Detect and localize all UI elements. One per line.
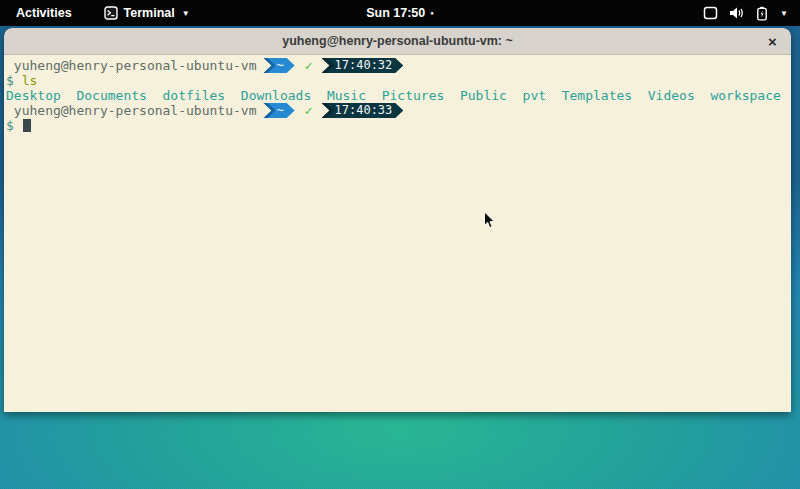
prompt-status-check-icon: ✓ [305, 103, 313, 118]
screen-icon [703, 6, 718, 20]
prompt-time-segment: 17:40:32 [322, 58, 404, 73]
chevron-down-icon: ▼ [182, 9, 190, 18]
terminal-cursor [23, 119, 31, 132]
ls-output-line: Desktop Documents dotfiles Downloads Mus… [6, 88, 789, 103]
prompt-dir-segment: ~ [263, 58, 294, 73]
directory-listing: Desktop Documents dotfiles Downloads Mus… [6, 88, 781, 103]
prompt-status-check-icon: ✓ [305, 58, 313, 73]
prompt-line: yuheng@henry-personal-ubuntu-vm ~ ✓ 17:4… [6, 58, 789, 73]
terminal-icon [104, 6, 118, 20]
command-text: ls [22, 73, 38, 88]
volume-icon [729, 6, 745, 20]
window-titlebar[interactable]: yuheng@henry-personal-ubuntu-vm: ~ × [4, 28, 791, 55]
app-menu-terminal[interactable]: Terminal ▼ [104, 6, 190, 20]
activities-button[interactable]: Activities [12, 4, 76, 22]
notification-dot: ● [430, 10, 434, 16]
input-line[interactable]: $ [6, 118, 789, 133]
prompt-user-host: yuheng@henry-personal-ubuntu-vm [6, 58, 256, 73]
window-title: yuheng@henry-personal-ubuntu-vm: ~ [282, 34, 513, 48]
terminal-window: yuheng@henry-personal-ubuntu-vm: ~ × yuh… [4, 28, 791, 412]
close-button[interactable]: × [762, 31, 783, 52]
app-menu-label: Terminal [124, 6, 175, 20]
gnome-top-bar: Activities Terminal ▼ Sun 17:50 ● [0, 0, 800, 26]
prompt-line: yuheng@henry-personal-ubuntu-vm ~ ✓ 17:4… [6, 103, 789, 118]
prompt-user-host: yuheng@henry-personal-ubuntu-vm [6, 103, 256, 118]
prompt-time-segment: 17:40:33 [322, 103, 404, 118]
system-status-area[interactable]: ▼ [699, 0, 792, 26]
command-line: $ ls [6, 73, 789, 88]
prompt-symbol: $ [6, 73, 22, 88]
clock-button[interactable]: Sun 17:50 ● [366, 6, 434, 20]
terminal-content[interactable]: yuheng@henry-personal-ubuntu-vm ~ ✓ 17:4… [4, 55, 791, 412]
clock-label: Sun 17:50 [366, 6, 425, 20]
prompt-symbol: $ [6, 118, 22, 133]
battery-charging-icon [756, 6, 768, 21]
chevron-down-icon: ▼ [780, 9, 788, 18]
prompt-dir-segment: ~ [263, 103, 294, 118]
